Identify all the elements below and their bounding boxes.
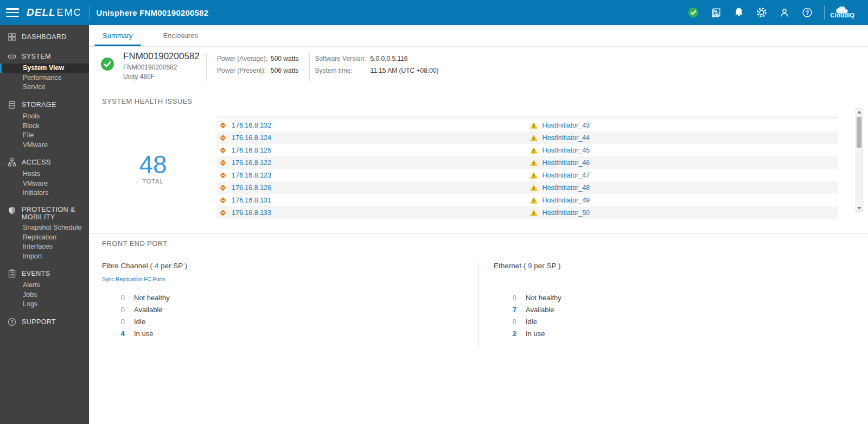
sidebar-item-pools[interactable]: Pools [0, 112, 89, 122]
tab-summary[interactable]: Summary [93, 25, 142, 46]
power-present-value: 506 watts [271, 67, 298, 74]
sidebar-section-access[interactable]: ACCESS [0, 155, 89, 169]
sync-replication-fc-ports-link[interactable]: Sync Replication FC Ports [102, 276, 165, 282]
minor-severity-icon [219, 197, 227, 204]
events-clipboard-icon [7, 269, 17, 279]
sidebar-item-vmware-access[interactable]: VMware [0, 179, 89, 189]
help-icon[interactable]: ? [801, 7, 813, 18]
scroll-up-arrow-icon[interactable] [856, 109, 862, 115]
health-issue-row: 176.16.8.131 HostInitiator_49 [217, 194, 838, 206]
health-issue-link[interactable]: 176.16.8.125 [232, 147, 271, 154]
stat-row: 0Available [102, 303, 478, 315]
sidebar-item-block[interactable]: Block [0, 121, 89, 131]
sidebar-item-performance[interactable]: Performance [0, 73, 89, 83]
system-health-status-icon[interactable] [687, 7, 699, 18]
notifications-bell-icon[interactable] [733, 7, 745, 18]
system-name: FNM00190200582 [123, 51, 195, 61]
sidebar-section-label: DASHBOARD [22, 33, 67, 41]
health-issue-link[interactable]: 176.16.8.132 [232, 122, 271, 129]
health-issue-link[interactable]: HostInitiator_45 [542, 147, 590, 154]
sidebar-item-import[interactable]: Import [0, 252, 89, 262]
sidebar-item-hosts[interactable]: Hosts [0, 169, 89, 179]
sidebar-item-service[interactable]: Service [0, 83, 89, 92]
sidebar-item-snapshot-schedule[interactable]: Snapshot Schedule [0, 223, 89, 233]
tab-enclosures[interactable]: Enclosures [154, 25, 207, 46]
sidebar-section-system[interactable]: SYSTEM [0, 49, 89, 64]
health-issue-link[interactable]: HostInitiator_47 [542, 172, 590, 179]
top-bar: DELL EMC Unisphere FNM00190200582 [0, 0, 868, 25]
sidebar-section-storage[interactable]: STORAGE [0, 98, 89, 112]
health-issue-link[interactable]: 176.16.8.133 [232, 209, 271, 217]
warning-severity-icon [530, 159, 538, 167]
cloudiq-logo[interactable]: CloudIQ [825, 7, 860, 18]
menu-icon[interactable] [6, 8, 19, 17]
health-issue-link[interactable]: 176.16.8.122 [232, 159, 271, 167]
sidebar-item-jobs[interactable]: Jobs [0, 290, 89, 300]
minor-severity-icon [219, 172, 227, 179]
health-issue-link[interactable]: HostInitiator_50 [542, 209, 590, 217]
health-issue-link[interactable]: 176.16.8.126 [232, 184, 271, 192]
sidebar-section-label: PROTECTION & MOBILITY [22, 206, 82, 221]
sidebar-item-logs[interactable]: Logs [0, 300, 89, 309]
sidebar-item-alerts[interactable]: Alerts [0, 281, 89, 290]
health-issue-link[interactable]: 176.16.8.131 [232, 197, 271, 204]
stat-label: In use [526, 330, 545, 338]
jobs-icon[interactable] [710, 7, 722, 18]
ethernet-stats: 0Not healthy 7Available 0Idle 2In use [494, 292, 561, 339]
system-health-issues-panel: SYSTEM HEALTH ISSUES 48 TOTAL 176.16.8.1… [89, 92, 868, 234]
warning-severity-icon [530, 209, 538, 217]
stat-row: 0Idle [494, 315, 561, 327]
system-summary-panel: FNM00190200582 FNM00190200582 Unity 480F… [89, 47, 868, 92]
sidebar-section-label: SUPPORT [22, 318, 56, 326]
health-issue-link[interactable]: 176.16.8.124 [232, 134, 271, 142]
ethernet-header: Ethernet ( 9 per SP ) [494, 262, 561, 273]
sidebar-item-system-view[interactable]: System View [0, 64, 89, 73]
brand-light: EMC [57, 7, 82, 18]
sidebar-section-protection-mobility[interactable]: PROTECTION & MOBILITY [0, 204, 89, 223]
health-issue-link[interactable]: HostInitiator_44 [542, 134, 590, 142]
fibre-channel-stats: 0Not healthy 0Available 0Idle 4In use [102, 292, 478, 339]
health-issue-link[interactable]: HostInitiator_48 [542, 184, 590, 192]
link-spacer [494, 273, 561, 284]
system-identity: FNM00190200582 FNM00190200582 Unity 480F [123, 51, 195, 80]
software-version-label: Software Version: [315, 55, 368, 62]
sidebar-item-interfaces[interactable]: Interfaces [0, 242, 89, 252]
protection-shield-icon [7, 206, 17, 216]
sidebar-item-file[interactable]: File [0, 131, 89, 141]
stat-value: 2 [494, 330, 516, 338]
sidebar-item-dashboard[interactable]: DASHBOARD [0, 30, 89, 44]
access-icon [7, 157, 17, 167]
system-model: Unity 480F [123, 73, 195, 80]
scrollbar-thumb[interactable] [857, 117, 861, 148]
health-body: 48 TOTAL 176.16.8.132 HostInitiator_43 1… [89, 116, 868, 220]
settings-gear-icon[interactable] [756, 7, 768, 18]
unisphere-app: DELL EMC Unisphere FNM00190200582 [0, 0, 868, 424]
user-icon[interactable] [778, 7, 790, 18]
health-issue-link[interactable]: HostInitiator_49 [542, 197, 590, 204]
sidebar-item-vmware-storage[interactable]: VMware [0, 140, 89, 150]
sidebar-section-events[interactable]: EVENTS [0, 267, 89, 281]
stat-label: Idle [526, 318, 537, 326]
stat-label: Available [134, 306, 163, 314]
scroll-down-arrow-icon[interactable] [856, 205, 862, 211]
health-issue-link[interactable]: HostInitiator_43 [542, 122, 590, 129]
stat-value: 0 [102, 306, 125, 314]
health-issue-link[interactable]: HostInitiator_46 [542, 159, 590, 167]
ethernet-column: Ethernet ( 9 per SP ) 0Not healthy 7Avai… [479, 262, 561, 347]
svg-text:?: ? [10, 320, 13, 325]
health-issue-link[interactable]: 176.16.8.123 [232, 172, 271, 179]
health-list-scrollbar[interactable] [856, 108, 863, 212]
stat-label: Idle [134, 318, 145, 326]
sidebar-item-replication[interactable]: Replication [0, 232, 89, 242]
sidebar-item-initiators[interactable]: Initiators [0, 188, 89, 198]
stat-row: 4In use [102, 327, 478, 339]
health-issue-row: 176.16.8.132 HostInitiator_43 [217, 119, 838, 131]
sidebar-item-support[interactable]: ? SUPPORT [0, 315, 89, 329]
topbar-actions: ? CloudIQ [687, 5, 868, 20]
health-total: 48 TOTAL [89, 116, 217, 220]
minor-severity-icon [219, 147, 227, 154]
health-issue-row: 176.16.8.123 HostInitiator_47 [217, 169, 838, 181]
warning-severity-icon [530, 134, 538, 142]
stat-value: 7 [494, 306, 516, 314]
svg-text:?: ? [806, 10, 809, 16]
